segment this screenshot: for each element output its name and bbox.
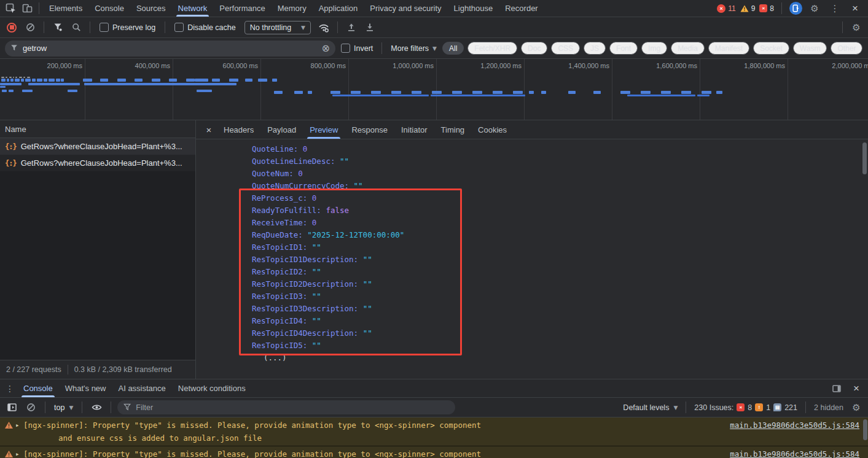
source-location-link[interactable]: main.b13e9806dc3e50d5.js:584 — [730, 419, 859, 432]
blue-device-icon[interactable] — [789, 2, 802, 15]
main-tab-privacy-and-security[interactable]: Privacy and security — [364, 0, 447, 17]
preview-json-tree[interactable]: QuoteLine: 0QuoteLineLineDesc: ""QuoteNu… — [196, 139, 868, 379]
network-settings-gear-icon[interactable]: ⚙ — [848, 20, 864, 35]
filter-funnel-icon[interactable] — [50, 20, 66, 35]
error-badge[interactable]: × 11 — [717, 4, 735, 13]
issues-counter[interactable]: 230 Issues: × 8 ! 1 ▤ 221 — [694, 403, 797, 412]
drawer-tab-console[interactable]: Console — [17, 379, 59, 397]
log-levels-select[interactable]: Default levels ▼ — [623, 403, 678, 412]
kebab-menu-icon[interactable]: ⋮ — [827, 1, 843, 16]
request-row[interactable]: {:}GetRows?whereClauseJobHead=Plant+%3..… — [0, 155, 195, 171]
main-tab-memory[interactable]: Memory — [272, 0, 313, 17]
main-tab-elements[interactable]: Elements — [43, 0, 88, 17]
expand-arrow-icon[interactable]: ▸ — [281, 378, 286, 379]
type-pill-font[interactable]: Font — [609, 42, 638, 55]
type-pill-all[interactable]: All — [442, 42, 464, 55]
json-property[interactable]: ResTopicID3Description: "" — [196, 303, 868, 315]
javascript-context-select[interactable]: top ▼ — [54, 403, 73, 412]
json-property[interactable]: ReadyToFulfill: false — [196, 204, 868, 217]
type-pill-fetch-xhr[interactable]: Fetch/XHR — [467, 42, 517, 55]
close-details-icon[interactable]: × — [201, 125, 217, 135]
record-network-log-icon[interactable] — [4, 20, 20, 35]
disable-cache-checkbox[interactable]: Disable cache — [174, 23, 236, 32]
json-property[interactable]: ResTopicID5: "" — [196, 340, 868, 352]
json-property[interactable]: ResTopicID1Description: "" — [196, 254, 868, 266]
network-overview-timeline[interactable]: 200,000 ms400,000 ms600,000 ms800,000 ms… — [0, 59, 868, 120]
type-pill-wasm[interactable]: Wasm — [793, 42, 827, 55]
json-property[interactable]: ResTopicID4: "" — [196, 315, 868, 327]
import-har-icon[interactable] — [343, 20, 359, 35]
more-filters-button[interactable]: More filters ▼ — [391, 44, 437, 53]
json-property[interactable]: QuoteNum: 0 — [196, 168, 868, 180]
json-property[interactable]: ResTopicID3: "" — [196, 290, 868, 303]
settings-gear-icon[interactable]: ⚙ — [807, 1, 823, 16]
console-warning-message[interactable]: ▸[ngx-spinner]: Property "type" is misse… — [0, 417, 868, 446]
console-warning-message[interactable]: ▸[ngx-spinner]: Property "type" is misse… — [0, 446, 868, 458]
json-collapsed-row[interactable]: ▸1:{Company: "GH", JobClosed: false, Clo… — [196, 364, 868, 376]
type-pill-socket[interactable]: Socket — [753, 42, 789, 55]
main-tab-console[interactable]: Console — [88, 0, 130, 17]
preserve-log-checkbox[interactable]: Preserve log — [100, 23, 155, 32]
type-pill-css[interactable]: CSS — [551, 42, 580, 55]
details-tab-response[interactable]: Response — [345, 120, 394, 139]
main-tab-application[interactable]: Application — [313, 0, 364, 17]
close-devtools-icon[interactable]: × — [847, 1, 863, 16]
type-pill-other[interactable]: Other — [831, 42, 862, 55]
request-row[interactable]: {:}GetRows?whereClauseJobHead=Plant+%3..… — [0, 138, 195, 155]
drawer-kebab-icon[interactable]: ⋮ — [4, 381, 16, 396]
live-expression-eye-icon[interactable] — [88, 400, 104, 415]
console-scrollbar-thumb[interactable] — [863, 419, 867, 440]
source-location-link[interactable]: main.b13e9806dc3e50d5.js:584 — [730, 448, 859, 458]
type-pill-media[interactable]: Media — [671, 42, 705, 55]
expand-drawer-icon[interactable] — [829, 381, 845, 396]
warning-badge[interactable]: 9 — [740, 4, 756, 13]
details-tab-cookies[interactable]: Cookies — [471, 120, 514, 139]
drawer-tab-ai-assistance[interactable]: AI assistance — [112, 379, 172, 397]
details-tab-preview[interactable]: Preview — [303, 120, 345, 139]
expand-arrow-icon[interactable]: ▸ — [15, 419, 20, 432]
details-tab-payload[interactable]: Payload — [260, 120, 303, 139]
inspect-element-icon[interactable] — [2, 1, 18, 16]
json-property[interactable]: ReqDueDate: "2025-12-12T00:00:00" — [196, 229, 868, 241]
console-settings-gear-icon[interactable]: ⚙ — [848, 400, 864, 415]
issues-badge[interactable]: × 8 — [759, 4, 774, 13]
json-property[interactable]: ReProcess_c: 0 — [196, 192, 868, 204]
type-pill-js[interactable]: JS — [584, 42, 606, 55]
json-property[interactable]: QuoteNumCurrencyCode: "" — [196, 180, 868, 192]
expand-arrow-icon[interactable]: ▸ — [15, 448, 20, 458]
json-property[interactable]: QuoteLineLineDesc: "" — [196, 155, 868, 168]
details-tab-timing[interactable]: Timing — [434, 120, 472, 139]
json-property[interactable]: QuoteLine: 0 — [196, 143, 868, 155]
json-property[interactable]: ResTopicID4Description: "" — [196, 327, 868, 340]
main-tab-recorder[interactable]: Recorder — [499, 0, 544, 17]
clear-network-log-icon[interactable] — [22, 20, 38, 35]
hidden-messages-label[interactable]: 2 hidden — [814, 403, 843, 412]
device-toolbar-icon[interactable] — [19, 1, 35, 16]
main-tab-lighthouse[interactable]: Lighthouse — [448, 0, 499, 17]
clear-filter-icon[interactable]: ⊗ — [322, 44, 330, 53]
export-har-icon[interactable] — [362, 20, 378, 35]
console-filter-input[interactable]: Filter — [117, 400, 455, 414]
main-tab-performance[interactable]: Performance — [213, 0, 271, 17]
clear-console-icon[interactable] — [23, 400, 39, 415]
main-tab-network[interactable]: Network — [172, 0, 214, 17]
details-tab-initiator[interactable]: Initiator — [394, 120, 434, 139]
preview-scrollbar-thumb[interactable] — [862, 142, 867, 174]
console-sidebar-icon[interactable] — [4, 400, 20, 415]
type-pill-img[interactable]: Img — [641, 42, 667, 55]
json-property[interactable]: ResTopicID2: "" — [196, 266, 868, 278]
json-property[interactable]: ReceiveTime: 0 — [196, 217, 868, 229]
json-property[interactable]: ResTopicID2Description: "" — [196, 278, 868, 290]
console-messages[interactable]: ▸[ngx-spinner]: Property "type" is misse… — [0, 417, 868, 458]
type-pill-doc[interactable]: Doc — [521, 42, 547, 55]
network-filter-input[interactable]: getrow ⊗ — [5, 41, 335, 56]
invert-checkbox[interactable]: Invert — [341, 44, 373, 53]
search-icon[interactable] — [68, 20, 84, 35]
json-property[interactable]: ResTopicID1: "" — [196, 241, 868, 254]
type-pill-manifest[interactable]: Manifest — [708, 42, 749, 55]
close-drawer-icon[interactable]: × — [848, 381, 864, 396]
network-conditions-icon[interactable] — [316, 20, 332, 35]
request-list-name-header[interactable]: Name — [0, 120, 195, 138]
main-tab-sources[interactable]: Sources — [130, 0, 172, 17]
throttling-select[interactable]: No throttling ▼ — [244, 21, 311, 34]
